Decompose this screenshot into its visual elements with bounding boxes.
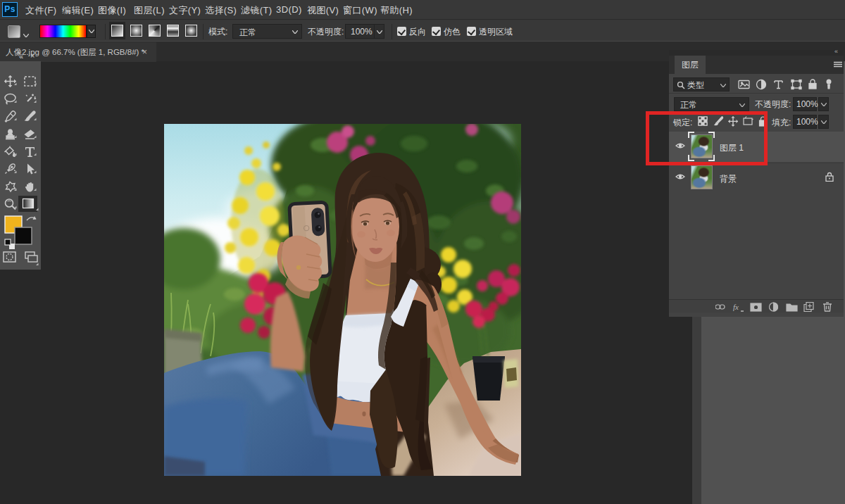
svg-text:fx: fx [733, 303, 739, 311]
